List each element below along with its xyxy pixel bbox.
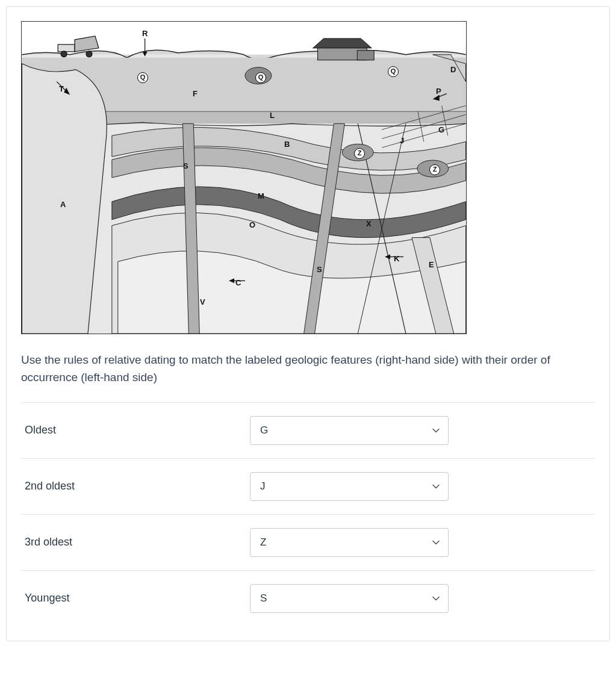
diagram-label-Q1: Q bbox=[137, 72, 148, 83]
matching-table: Oldest GJZS 2nd oldest GJZS 3rd oldest G… bbox=[21, 402, 595, 626]
match-label-1: 2nd oldest bbox=[21, 480, 250, 493]
diagram-label-B: B bbox=[284, 140, 290, 149]
diagram-label-E: E bbox=[429, 260, 434, 269]
diagram-label-M: M bbox=[258, 191, 264, 200]
diagram-label-P: P bbox=[436, 87, 441, 96]
svg-line-7 bbox=[382, 123, 465, 148]
diagram-label-T: T bbox=[59, 84, 64, 93]
diagram-label-D: D bbox=[450, 65, 456, 74]
diagram-label-O: O bbox=[249, 220, 255, 229]
match-select-3[interactable]: GJZS bbox=[250, 584, 449, 613]
diagram-label-Z1: Z bbox=[354, 148, 365, 159]
question-prompt: Use the rules of relative dating to matc… bbox=[21, 351, 595, 387]
match-row-0: Oldest GJZS bbox=[21, 403, 595, 459]
diagram-label-L: L bbox=[270, 111, 275, 120]
geologic-diagram: R Q Q Q D T F P L G B J S Z Z A M O X K … bbox=[21, 21, 467, 334]
question-card: R Q Q Q D T F P L G B J S Z Z A M O X K … bbox=[6, 6, 610, 641]
match-row-1: 2nd oldest GJZS bbox=[21, 459, 595, 515]
diagram-label-V: V bbox=[200, 297, 205, 306]
diagram-label-J: J bbox=[400, 136, 404, 145]
diagram-label-Z2: Z bbox=[429, 164, 440, 175]
diagram-label-Q3: Q bbox=[388, 66, 399, 77]
diagram-label-X: X bbox=[366, 219, 372, 228]
match-row-3: Youngest GJZS bbox=[21, 571, 595, 626]
match-row-2: 3rd oldest GJZS bbox=[21, 515, 595, 571]
match-select-2[interactable]: GJZS bbox=[250, 528, 449, 557]
match-label-3: Youngest bbox=[21, 592, 250, 605]
diagram-label-R: R bbox=[142, 29, 148, 38]
svg-point-15 bbox=[86, 51, 92, 57]
diagram-label-F: F bbox=[193, 89, 198, 98]
diagram-label-C: C bbox=[235, 278, 241, 287]
match-select-0[interactable]: GJZS bbox=[250, 416, 449, 445]
svg-rect-17 bbox=[357, 51, 374, 60]
match-label-2: 3rd oldest bbox=[21, 536, 250, 549]
match-select-1[interactable]: GJZS bbox=[250, 472, 449, 501]
diagram-label-S1: S bbox=[183, 161, 188, 170]
match-label-0: Oldest bbox=[21, 424, 250, 437]
diagram-label-S2: S bbox=[317, 265, 322, 274]
diagram-label-Q2: Q bbox=[255, 72, 266, 83]
diagram-label-G: G bbox=[438, 125, 444, 134]
svg-rect-13 bbox=[58, 45, 75, 52]
svg-point-14 bbox=[61, 51, 67, 57]
diagram-label-K: K bbox=[394, 254, 399, 263]
diagram-svg bbox=[22, 22, 466, 334]
diagram-label-A: A bbox=[60, 200, 66, 209]
